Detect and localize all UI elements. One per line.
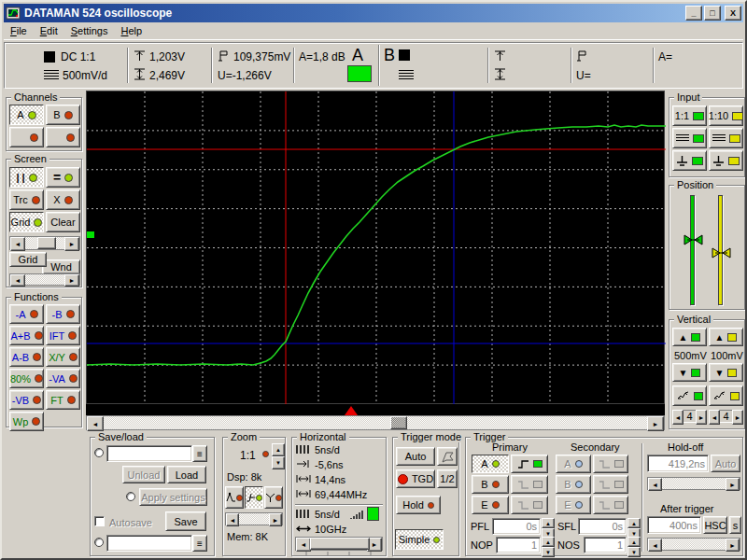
grid-scrollbar-thumb[interactable]: [37, 237, 56, 249]
save-slot-radio[interactable]: [94, 538, 104, 547]
primary-b-button[interactable]: B: [472, 475, 509, 494]
secondary-b-edge-button[interactable]: [593, 475, 628, 494]
primary-a-edge-button[interactable]: [511, 455, 548, 473]
arrow-down-icon[interactable]: ▼: [542, 547, 555, 557]
zoom-mode-y-button[interactable]: [264, 486, 283, 509]
range-down-b-button[interactable]: ▼: [709, 363, 743, 382]
menu-settings[interactable]: Settings: [64, 23, 115, 38]
position-handle-b[interactable]: [712, 247, 731, 259]
primary-b-edge-button[interactable]: [511, 475, 548, 494]
grid-button[interactable]: Grid: [9, 212, 44, 232]
horizontal-scrollbar-thumb[interactable]: [310, 538, 370, 550]
arrow-up-icon[interactable]: ▲: [627, 518, 641, 528]
apply-settings-radio[interactable]: [126, 492, 135, 501]
tab-grid[interactable]: Grid: [9, 252, 47, 267]
load-slot-radio[interactable]: [94, 448, 104, 457]
save-button[interactable]: Save: [165, 511, 206, 531]
ground-b-button[interactable]: [709, 150, 743, 171]
display-scrollbar[interactable]: ◄ ►: [86, 415, 665, 430]
secondary-e-button[interactable]: E: [556, 496, 591, 514]
range-up-b-button[interactable]: ▲: [709, 328, 743, 346]
holdoff-auto-button[interactable]: Auto: [711, 455, 740, 472]
horizontal-scrollbar[interactable]: ◄ ►: [295, 537, 383, 551]
arrow-left-icon[interactable]: ◄: [10, 237, 25, 251]
channel-d-button[interactable]: [46, 127, 80, 147]
fn-wp-button[interactable]: Wp: [9, 412, 44, 431]
save-name-input[interactable]: [106, 535, 192, 552]
pause-button[interactable]: | |: [9, 167, 44, 188]
wnd-scrollbar[interactable]: ◄ ►: [9, 273, 80, 286]
apply-settings-button[interactable]: Apply settings: [139, 488, 207, 506]
fn-ft-button[interactable]: FT: [46, 390, 80, 410]
input-1-1-button[interactable]: 1:1: [672, 105, 707, 126]
hold-button[interactable]: Hold: [396, 496, 441, 514]
noise-filter-b-button[interactable]: [709, 385, 743, 406]
arrow-left-icon[interactable]: ◄: [226, 513, 239, 526]
sfl-spinner[interactable]: ▲ ▼: [627, 518, 639, 535]
minimize-icon[interactable]: _: [685, 6, 702, 21]
load-name-input[interactable]: [106, 445, 192, 462]
arrow-up-icon[interactable]: ▲: [627, 537, 641, 547]
load-name-menu-button[interactable]: ≡: [192, 445, 207, 462]
title-bar[interactable]: DATAMAN 524 oscilloscope _ □ X: [4, 4, 743, 22]
arrow-right-icon[interactable]: ►: [64, 274, 79, 287]
display-scrollbar-thumb[interactable]: [390, 416, 407, 429]
arrow-down-icon[interactable]: ▼: [627, 547, 641, 557]
single-flag-button[interactable]: [437, 447, 458, 466]
arrow-right-icon[interactable]: ►: [269, 513, 282, 526]
menu-file[interactable]: File: [4, 23, 34, 38]
after-trigger-scrollbar[interactable]: ◄ ►: [647, 538, 740, 551]
auto-trigger-button[interactable]: Auto: [396, 447, 435, 466]
arrow-left-icon[interactable]: ◄: [672, 410, 684, 425]
nop-input[interactable]: 1: [496, 537, 541, 553]
close-icon[interactable]: X: [725, 6, 741, 21]
primary-e-edge-button[interactable]: [511, 496, 548, 514]
simple-mode-button[interactable]: Simple: [395, 529, 444, 550]
arrow-left-icon[interactable]: ◄: [648, 539, 662, 552]
noise-filter-a-button[interactable]: [672, 385, 707, 406]
channel-c-button[interactable]: [9, 127, 44, 147]
zoom-mode-interp-button[interactable]: [245, 486, 263, 509]
arrow-right-icon[interactable]: ►: [696, 410, 707, 425]
menu-edit[interactable]: Edit: [34, 23, 64, 38]
fn-neg-va-button[interactable]: -VA: [46, 369, 80, 388]
fn-neg-vb-button[interactable]: -VB: [9, 390, 44, 410]
tab-wnd[interactable]: Wnd: [42, 259, 80, 274]
coupling-a-button[interactable]: [672, 128, 707, 148]
primary-a-button[interactable]: A: [472, 455, 509, 473]
secondary-b-button[interactable]: B: [556, 475, 591, 494]
arrow-left-icon[interactable]: ◄: [87, 416, 104, 431]
arrow-left-icon[interactable]: ◄: [709, 410, 720, 425]
holdoff-scrollbar[interactable]: ◄ ►: [647, 477, 740, 490]
after-trigger-input[interactable]: 400ns: [647, 516, 701, 534]
secondary-a-button[interactable]: A: [556, 455, 591, 473]
zoom-ratio-spinner[interactable]: ▲ ▼: [272, 443, 283, 466]
fn-a-minus-b-button[interactable]: A-B: [9, 347, 44, 367]
unload-button[interactable]: Unload: [122, 466, 165, 483]
fn-a-plus-b-button[interactable]: A+B: [9, 326, 44, 345]
sfl-input[interactable]: 0s: [578, 518, 627, 535]
arrow-right-icon[interactable]: ►: [726, 539, 740, 552]
xy-button[interactable]: X: [46, 189, 80, 210]
seconds-button[interactable]: s: [729, 516, 741, 534]
lines-mode-button[interactable]: =: [46, 167, 80, 188]
input-1-10-button[interactable]: 1:10: [709, 105, 743, 126]
scope-display[interactable]: [86, 91, 665, 404]
fn-80pct-button[interactable]: 80%: [9, 369, 44, 388]
pfl-spinner[interactable]: ▲ ▼: [542, 518, 553, 535]
arrow-right-icon[interactable]: ►: [64, 237, 79, 251]
fn-xy-button[interactable]: X/Y: [46, 347, 80, 367]
arrow-left-icon[interactable]: ◄: [10, 274, 25, 287]
menu-help[interactable]: Help: [114, 23, 148, 38]
coupling-b-button[interactable]: [709, 128, 743, 148]
ground-a-button[interactable]: [672, 150, 707, 171]
arrow-right-icon[interactable]: ►: [732, 410, 743, 425]
position-handle-a[interactable]: [684, 234, 703, 245]
range-down-a-button[interactable]: ▼: [672, 363, 707, 382]
pfl-input[interactable]: 0s: [492, 518, 541, 535]
nos-spinner[interactable]: ▲ ▼: [627, 537, 639, 553]
primary-e-button[interactable]: E: [472, 496, 509, 514]
probe-spinner-b[interactable]: ◄ 4 ►: [709, 410, 743, 423]
tgd-button[interactable]: TGD: [396, 469, 435, 488]
arrow-down-icon[interactable]: ▼: [272, 456, 285, 469]
